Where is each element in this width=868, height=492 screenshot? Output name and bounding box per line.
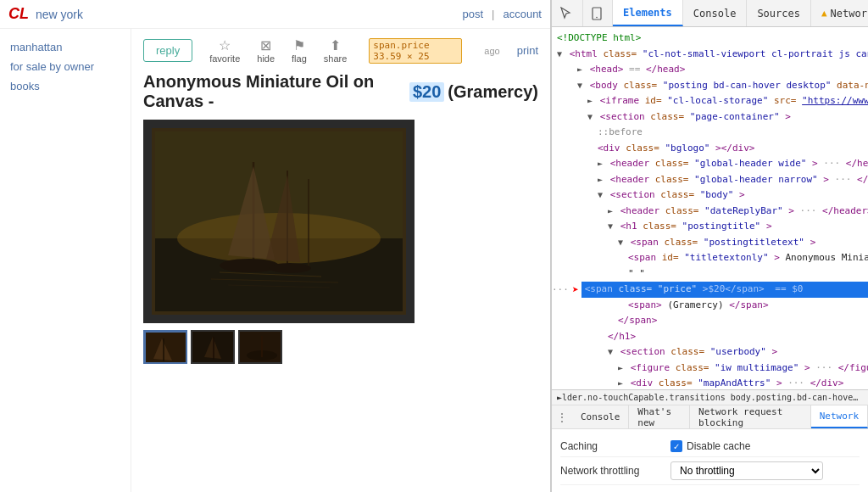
thumbnail-2[interactable] [191,330,235,364]
sidebar-item-forsale[interactable]: for sale by owner [0,57,131,76]
console-tab-whatsnew[interactable]: What's new [629,405,690,428]
thumbnail-3[interactable] [238,330,282,364]
console-tab-network-blocking[interactable]: Network request blocking [690,405,811,428]
hide-icon: ⊠ [260,37,271,53]
tree-html[interactable]: ▼ <html class= "cl-not-small-viewport cl… [552,47,868,63]
tree-div-mapattrs[interactable]: ► <div class= "mapAndAttrs" > ··· </div> [552,376,868,389]
tab-console[interactable]: Console [683,0,748,26]
thumbnail-1[interactable] [143,330,187,364]
cl-city: new york [36,8,83,21]
tab-device-icon[interactable] [583,0,613,26]
tree-head[interactable]: ► <head> == </head> [552,62,868,78]
warning-icon: ▲ [821,8,827,19]
network-settings-panel: Caching Disable cache Network throttling… [552,429,868,492]
cl-sidebar: manhattan for sale by owner books [0,29,131,492]
caching-row: Caching Disable cache [560,436,860,457]
svg-point-10 [269,263,311,273]
disable-cache-checkbox[interactable] [670,440,682,452]
throttling-select[interactable]: No throttling Fast 3G Slow 3G Offline [670,461,823,480]
tree-body[interactable]: ▼ <body class= "posting bd-can-hover des… [552,78,868,94]
tree-span-titleonly[interactable]: <span id= "titletextonly" > Anonymous Mi… [552,250,868,266]
tree-figure[interactable]: ► <figure class= "iw multiimage" > ··· <… [552,361,868,377]
devtools-tabs: Elements Console Sources ▲Network Perfor… [552,0,868,27]
tree-section-userbody[interactable]: ▼ <section class= "userbody" > [552,344,868,361]
cl-top-right-nav: post | account [462,8,542,20]
throttling-row: Network throttling No throttling Fast 3G… [560,457,860,485]
svg-point-26 [596,16,598,18]
console-tab-network[interactable]: Network [811,405,868,428]
title-text-after: (Gramercy) [448,82,538,102]
tree-span-titletext[interactable]: ▼ <span class= "postingtitletext" > [552,235,868,251]
action-bar: reply ☆ favorite ⊠ hide ⚑ flag ⬆ share s [143,37,538,64]
flag-label: flag [292,53,307,64]
tree-span-close: </span> [552,313,868,329]
hide-label: hide [257,53,275,64]
account-link[interactable]: account [503,8,542,20]
tree-header-datereply[interactable]: ► <header class= "dateReplyBar" > ··· </… [552,204,868,220]
flag-icon: ⚑ [293,37,305,53]
cl-top-nav: CL new york post | account [0,0,550,29]
tree-bglogo[interactable]: <div class= "bglogo" ></div> [552,141,868,157]
span-price-tag: span.price 33.59 × 25 [369,38,462,64]
share-label: share [324,53,348,64]
star-icon: ☆ [219,37,231,53]
caching-label: Caching [560,440,670,452]
nav-separator: | [492,8,494,20]
devtools-panel: Elements Console Sources ▲Network Perfor… [551,0,868,492]
ago-text: ago [484,46,499,56]
hide-action[interactable]: ⊠ hide [257,37,275,64]
tab-elements[interactable]: Elements [613,0,683,26]
tree-section-page[interactable]: ▼ <section class= "page-container" > [552,109,868,126]
print-link[interactable]: print [517,44,538,57]
tab-network[interactable]: ▲Network [811,0,868,26]
console-tabs: ⋮ Console What's new Network request blo… [552,405,868,429]
tab-sources[interactable]: Sources [747,0,811,26]
elements-tree[interactable]: <!DOCTYPE html> ▼ <html class= "cl-not-s… [552,27,868,389]
cl-logo: CL [8,5,29,23]
disable-cache-label: Disable cache [687,440,750,452]
share-icon: ⬆ [330,37,341,53]
post-image[interactable] [143,120,415,323]
tree-span-price[interactable]: <span class= "price" >$20</span> == $0 [581,282,868,298]
cl-main: reply ☆ favorite ⊠ hide ⚑ flag ⬆ share s [131,29,550,492]
favorite-action[interactable]: ☆ favorite [209,37,240,64]
price-text: $20 [409,82,444,102]
tree-before: ::before [552,125,868,141]
flag-action[interactable]: ⚑ flag [292,37,307,64]
tree-header-wide[interactable]: ► <header class= "global-header wide" > … [552,156,868,172]
share-action[interactable]: ⬆ share [324,37,348,64]
tab-elements-icon[interactable] [552,0,583,26]
selector-bar: ►lder.no-touchCapable.transitions body.p… [552,389,868,405]
reply-button[interactable]: reply [143,39,192,62]
tree-iframe[interactable]: ► <iframe id= "cl-local-storage" src= "h… [552,93,868,109]
console-dots: ⋮ [552,405,572,428]
thumbnails [143,330,538,364]
sidebar-item-books[interactable]: books [0,76,131,96]
tree-section-body[interactable]: ▼ <section class= "body" > [552,187,868,204]
tree-header-narrow[interactable]: ► <header class= "global-header narrow" … [552,172,868,188]
ellipsis-button[interactable]: ··· [552,284,569,295]
post-title: Anonymous Miniature Oil on Canvas - $20 … [143,72,538,111]
tree-h1[interactable]: ▼ <h1 class= "postingtitle" > [552,219,868,235]
selector-text: ►lder.no-touchCapable.transitions body.p… [557,393,868,402]
console-tab-console[interactable]: Console [572,405,629,428]
red-arrow-icon: ➤ [572,283,579,296]
disable-cache-checkbox-area[interactable]: Disable cache [670,440,750,452]
tree-price-row[interactable]: ··· ➤ <span class= "price" >$20</span> =… [552,282,868,298]
post-link[interactable]: post [462,8,483,20]
sidebar-item-manhattan[interactable]: manhattan [0,37,131,57]
tree-h1-close: </h1> [552,329,868,345]
tree-doctype: <!DOCTYPE html> [552,31,868,47]
svg-point-9 [220,259,279,272]
throttling-label: Network throttling [560,465,670,477]
favorite-label: favorite [209,53,240,64]
tree-span-gramercy[interactable]: <span> (Gramercy) </span> [552,298,868,314]
title-text-before: Anonymous Miniature Oil on Canvas - [143,72,406,111]
tree-text-quote: " " [552,266,868,282]
